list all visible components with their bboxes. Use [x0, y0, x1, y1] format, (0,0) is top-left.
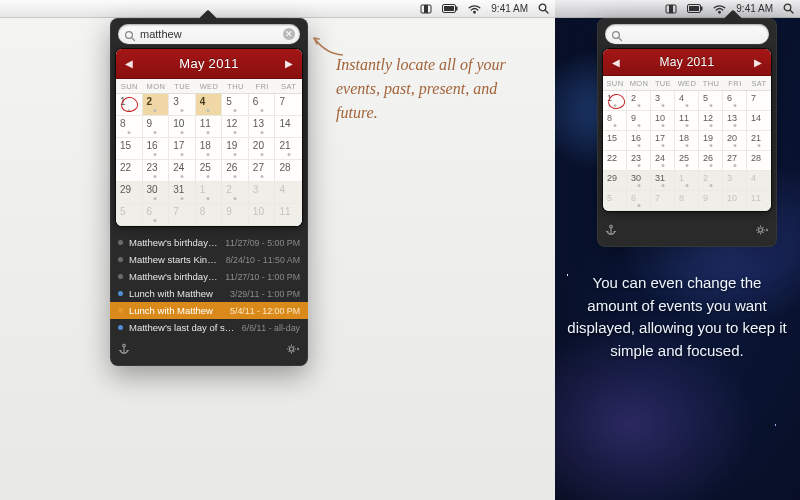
calendar-day[interactable]: 3	[723, 171, 747, 191]
calendar-day[interactable]: 11	[747, 191, 771, 211]
calendar-day[interactable]: 5	[699, 91, 723, 111]
calendar-day[interactable]: 26	[222, 160, 249, 182]
calendar-day[interactable]: 10	[169, 116, 196, 138]
calendar-day[interactable]: 30	[627, 171, 651, 191]
settings-gear-icon[interactable]	[755, 222, 769, 240]
search-input[interactable]	[627, 28, 747, 40]
calendar-day[interactable]: 5	[116, 204, 143, 226]
calendar-day[interactable]: 5	[603, 191, 627, 211]
calendar-day[interactable]: 20	[249, 138, 276, 160]
calendar-day[interactable]: 31	[651, 171, 675, 191]
calendar-day[interactable]: 29	[116, 182, 143, 204]
calendar-day[interactable]: 4	[675, 91, 699, 111]
calendar-day[interactable]: 29	[603, 171, 627, 191]
calendar-day[interactable]: 27	[723, 151, 747, 171]
event-row[interactable]: Lunch with Matthew5/4/11 - 12:00 PM	[110, 302, 308, 319]
calendar-day[interactable]: 16	[627, 131, 651, 151]
calendar-day[interactable]: 23	[627, 151, 651, 171]
prev-month-button[interactable]: ◀	[609, 57, 623, 68]
calendar-day[interactable]: 12	[699, 111, 723, 131]
calendar-day[interactable]: 4	[747, 171, 771, 191]
calendar-day[interactable]: 13	[723, 111, 747, 131]
battery-icon[interactable]	[442, 4, 458, 13]
menubar-clock[interactable]: 9:41 AM	[736, 3, 773, 14]
calendar-day[interactable]: 7	[275, 94, 302, 116]
next-month-button[interactable]: ▶	[282, 58, 296, 69]
calendar-day[interactable]: 24	[651, 151, 675, 171]
calendar-day[interactable]: 1	[603, 91, 627, 111]
calendar-day[interactable]: 28	[275, 160, 302, 182]
calendar-day[interactable]: 8	[116, 116, 143, 138]
calendar-day[interactable]: 9	[222, 204, 249, 226]
calendar-day[interactable]: 16	[143, 138, 170, 160]
calendar-day[interactable]: 6	[723, 91, 747, 111]
calendar-day[interactable]: 6	[627, 191, 651, 211]
calendar-day[interactable]: 3	[169, 94, 196, 116]
calendar-day[interactable]: 13	[249, 116, 276, 138]
calendar-day[interactable]: 15	[603, 131, 627, 151]
calendar-day[interactable]: 10	[723, 191, 747, 211]
calendar-day[interactable]: 8	[675, 191, 699, 211]
spotlight-icon[interactable]	[783, 3, 794, 14]
calendar-grid[interactable]: 1234567891011121314151617181920212223242…	[603, 91, 771, 211]
calendar-day[interactable]: 12	[222, 116, 249, 138]
calendar-day[interactable]: 25	[675, 151, 699, 171]
calendar-day[interactable]: 6	[143, 204, 170, 226]
event-row[interactable]: Matthew's birthday party11/27/10 - 1:00 …	[110, 268, 308, 285]
calendar-day[interactable]: 19	[699, 131, 723, 151]
search-input[interactable]	[140, 28, 278, 40]
calendar-day[interactable]: 28	[747, 151, 771, 171]
calendar-day[interactable]: 7	[651, 191, 675, 211]
menubar-clock[interactable]: 9:41 AM	[491, 3, 528, 14]
calendar-day[interactable]: 30	[143, 182, 170, 204]
calendar-day[interactable]: 25	[196, 160, 223, 182]
calendar-day[interactable]: 15	[116, 138, 143, 160]
calendar-day[interactable]: 14	[275, 116, 302, 138]
anchor-icon[interactable]	[605, 222, 617, 240]
calendar-day[interactable]: 7	[169, 204, 196, 226]
calendar-day[interactable]: 3	[249, 182, 276, 204]
battery-icon[interactable]	[687, 4, 703, 13]
menubar-extra-icon[interactable]	[665, 4, 677, 14]
prev-month-button[interactable]: ◀	[122, 58, 136, 69]
next-month-button[interactable]: ▶	[751, 57, 765, 68]
calendar-day[interactable]: 7	[747, 91, 771, 111]
calendar-day[interactable]: 1	[116, 94, 143, 116]
wifi-icon[interactable]	[468, 4, 481, 14]
event-row[interactable]: Matthew's birthday party11/27/09 - 5:00 …	[110, 234, 308, 251]
calendar-day[interactable]: 2	[222, 182, 249, 204]
calendar-day[interactable]: 1	[196, 182, 223, 204]
search-field[interactable]: ✕	[118, 24, 300, 44]
calendar-day[interactable]: 11	[275, 204, 302, 226]
calendar-day[interactable]: 4	[275, 182, 302, 204]
calendar-day[interactable]: 10	[651, 111, 675, 131]
calendar-day[interactable]: 2	[143, 94, 170, 116]
calendar-day[interactable]: 17	[169, 138, 196, 160]
event-row[interactable]: Lunch with Matthew3/29/11 - 1:00 PM	[110, 285, 308, 302]
calendar-day[interactable]: 1	[675, 171, 699, 191]
calendar-day[interactable]: 27	[249, 160, 276, 182]
calendar-day[interactable]: 3	[651, 91, 675, 111]
calendar-day[interactable]: 20	[723, 131, 747, 151]
settings-gear-icon[interactable]	[286, 341, 300, 359]
calendar-day[interactable]: 5	[222, 94, 249, 116]
calendar-day[interactable]: 2	[699, 171, 723, 191]
calendar-day[interactable]: 8	[603, 111, 627, 131]
calendar-day[interactable]: 22	[116, 160, 143, 182]
calendar-day[interactable]: 11	[196, 116, 223, 138]
calendar-day[interactable]: 2	[627, 91, 651, 111]
calendar-day[interactable]: 21	[275, 138, 302, 160]
calendar-day[interactable]: 6	[249, 94, 276, 116]
calendar-day[interactable]: 9	[627, 111, 651, 131]
event-row[interactable]: Matthew's last day of school6/6/11 - all…	[110, 319, 308, 336]
calendar-day[interactable]: 17	[651, 131, 675, 151]
calendar-day[interactable]: 9	[699, 191, 723, 211]
calendar-day[interactable]: 11	[675, 111, 699, 131]
calendar-day[interactable]: 22	[603, 151, 627, 171]
clear-search-icon[interactable]: ✕	[283, 28, 295, 40]
calendar-day[interactable]: 9	[143, 116, 170, 138]
calendar-day[interactable]: 8	[196, 204, 223, 226]
calendar-day[interactable]: 26	[699, 151, 723, 171]
search-field[interactable]	[605, 24, 769, 44]
calendar-day[interactable]: 4	[196, 94, 223, 116]
